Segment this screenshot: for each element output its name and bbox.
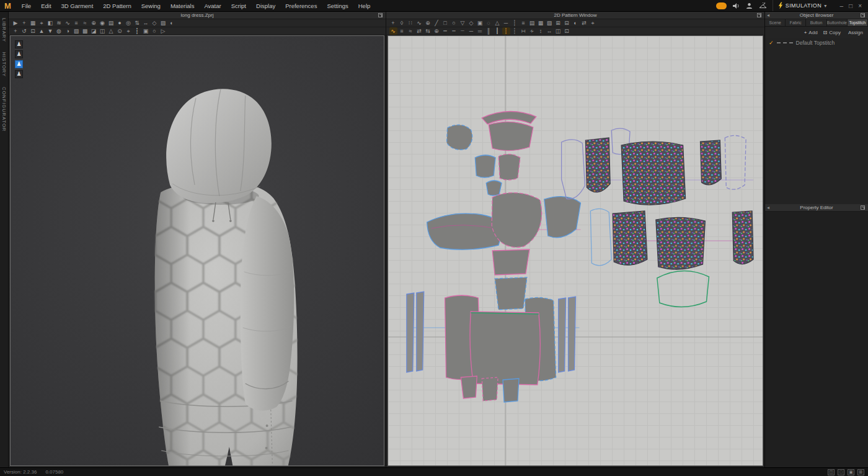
pattern-piece[interactable] (492, 193, 541, 248)
segment-sewing-icon[interactable]: ≡ (73, 19, 81, 27)
pattern-piece[interactable] (407, 293, 414, 372)
menu-script[interactable]: Script (226, 0, 251, 12)
sewing-edit-icon[interactable]: ∿ (64, 19, 72, 27)
avatar-display-toggle-2[interactable]: ♟ (15, 50, 23, 58)
select-mesh-icon[interactable]: ▦ (29, 19, 37, 27)
menu-file[interactable]: File (17, 0, 36, 12)
measure-2d-icon[interactable]: ↔ (546, 27, 554, 35)
3d-viewport[interactable]: ♟♟♟♟ (10, 35, 384, 466)
fold-arrangement-icon[interactable]: ◧ (46, 19, 55, 27)
gizmo-scale-icon[interactable]: ⊡ (29, 27, 37, 35)
rail-configurator[interactable]: CONFIGURATOR (1, 87, 7, 132)
layout-quad-icon[interactable]: ⊞ (857, 469, 864, 475)
internal-polygon-icon[interactable]: ◇ (467, 19, 476, 27)
show-garment-icon[interactable]: ◑ (64, 27, 72, 35)
internal-rectangle-icon[interactable]: ▣ (476, 19, 484, 27)
speaker-icon[interactable] (732, 2, 740, 10)
minimize-button[interactable]: – (840, 0, 844, 12)
assign-button[interactable]: Assign (846, 30, 863, 35)
tab-scene[interactable]: Scene (765, 19, 786, 26)
button-icon[interactable]: ● (116, 19, 124, 27)
pattern-piece[interactable] (544, 197, 581, 238)
simulation-mode-dropdown[interactable]: SIMULATION ▾ (773, 0, 832, 11)
collapse-object-browser-icon[interactable]: ◂ (767, 12, 769, 19)
mn-segment-sewing-icon[interactable]: ⇄ (415, 27, 423, 35)
symmetry-icon[interactable]: ◐ (572, 19, 580, 27)
measure-icon[interactable]: ↔ (142, 19, 150, 27)
detail-sewing-icon[interactable]: ⊕ (90, 19, 98, 27)
menu-materials[interactable]: Materials (166, 0, 200, 12)
free-sewing-2d-icon[interactable]: ≈ (407, 27, 415, 35)
view-front-icon[interactable]: ▲ (38, 27, 46, 35)
strain-map-icon[interactable]: ◪ (90, 27, 98, 35)
menu-settings[interactable]: Settings (322, 0, 353, 12)
tack-icon[interactable]: ◉ (99, 19, 107, 27)
seam-taping-icon[interactable]: ─ (467, 27, 476, 35)
segment-puckering-icon[interactable]: ┉ (450, 27, 458, 35)
pattern-piece[interactable] (590, 209, 611, 265)
menu-sewing[interactable]: Sewing (136, 0, 166, 12)
edit-sewing-icon[interactable]: ∿ (389, 27, 397, 35)
notch-icon[interactable]: ┆ (511, 19, 519, 27)
avatar-display-toggle-1[interactable]: ♟ (15, 40, 23, 48)
surface-view-icon[interactable]: ▧ (73, 27, 81, 35)
pattern-piece-printed[interactable] (621, 141, 685, 205)
2d-pattern-canvas[interactable] (388, 35, 763, 466)
texture-view-icon[interactable]: ▨ (159, 19, 167, 27)
pattern-piece[interactable] (427, 213, 503, 249)
popout-object-browser-icon[interactable] (861, 13, 865, 17)
pattern-piece-printed[interactable] (613, 211, 647, 265)
menu-edit[interactable]: Edit (36, 0, 56, 12)
layout-icon[interactable]: ⊡ (563, 27, 571, 35)
topstitch-list-item[interactable]: ✓ Default Topstitch (765, 38, 868, 48)
seam-allowance-icon[interactable]: ≡ (520, 19, 528, 27)
select-move-icon[interactable]: + (20, 19, 29, 27)
edit-curvature-icon[interactable]: ∿ (415, 19, 423, 27)
stress-map-icon[interactable]: ◫ (99, 27, 107, 35)
tab-button[interactable]: Button (806, 19, 826, 26)
menu-display[interactable]: Display (251, 0, 280, 12)
popout-property-editor-icon[interactable] (861, 205, 865, 210)
add-button[interactable]: + Add (804, 30, 818, 35)
gizmo-move-icon[interactable]: + (12, 27, 20, 35)
pattern-piece-collar[interactable] (657, 271, 709, 307)
mesh-view-icon[interactable]: ▩ (81, 27, 89, 35)
show-avatar-icon[interactable]: ◍ (55, 27, 63, 35)
camera-view-icon[interactable]: ▣ (142, 27, 150, 35)
pattern-piece[interactable] (562, 140, 585, 199)
pattern-piece[interactable] (417, 292, 424, 371)
maximize-button[interactable]: □ (849, 0, 852, 12)
internal-dart-icon[interactable]: △ (494, 19, 502, 27)
tab-fabric[interactable]: Fabric (786, 19, 806, 26)
free-sewing-icon[interactable]: ≈ (81, 19, 89, 27)
segment-sewing-2d-icon[interactable]: ≡ (398, 27, 406, 35)
pattern-piece[interactable] (559, 298, 566, 372)
render-icon[interactable]: ◐ (168, 19, 176, 27)
gizmo-rotate-icon[interactable]: ↺ (20, 27, 29, 35)
rail-history[interactable]: HISTORY (1, 52, 7, 77)
popout-2d-icon[interactable] (757, 13, 761, 17)
pattern-piece[interactable] (503, 379, 519, 402)
zipper-edit-icon[interactable]: ↕ (537, 27, 545, 35)
bind-icon[interactable]: ┃ (494, 27, 502, 35)
close-button[interactable]: × (858, 0, 862, 12)
edit-pattern-icon[interactable]: ◊ (398, 19, 406, 27)
add-point-icon[interactable]: ⊕ (424, 19, 432, 27)
pattern-piece[interactable] (475, 155, 495, 177)
avatar-display-toggle-3[interactable]: ♟ (15, 60, 23, 68)
menu-preferences[interactable]: Preferences (280, 0, 322, 12)
pattern-piece-printed[interactable] (656, 217, 706, 269)
free-puckering-icon[interactable]: ┈ (459, 27, 467, 35)
annotation-icon[interactable]: ◫ (554, 27, 562, 35)
menu-avatar[interactable]: Avatar (199, 0, 226, 12)
free-topstitch-icon[interactable]: ∺ (520, 27, 528, 35)
pattern-piece-printed[interactable] (585, 138, 610, 192)
grading-icon[interactable]: ▤ (107, 19, 115, 27)
popout-3d-icon[interactable] (378, 13, 383, 17)
polygon-pen-icon[interactable]: ╱ (433, 19, 441, 27)
texture-editor-icon[interactable]: ▦ (537, 19, 545, 27)
pattern-piece[interactable] (725, 135, 746, 189)
pin-icon[interactable]: ⌖ (38, 19, 46, 27)
pattern-piece[interactable] (482, 377, 498, 401)
collapse-property-editor-icon[interactable]: ◂ (767, 205, 769, 211)
